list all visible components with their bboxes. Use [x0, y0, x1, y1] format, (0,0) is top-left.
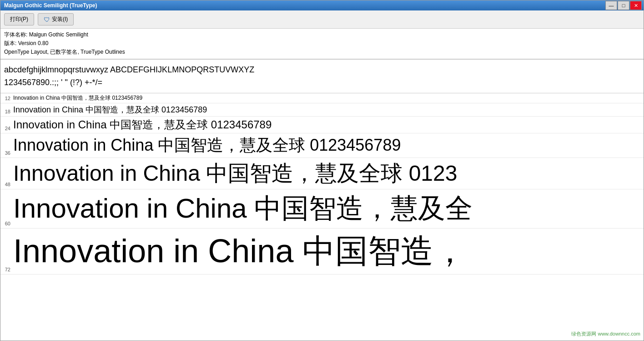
font-info-section: 字体名称: Malgun Gothic Semilight 版本: Versio…: [0, 29, 644, 59]
install-label: 安装(I): [52, 15, 68, 23]
window-title: Malgun Gothic Semilight (TrueType): [2, 2, 97, 9]
print-button[interactable]: 打印(P): [4, 13, 34, 25]
font-type-line: OpenType Layout, 已数字签名, TrueType Outline…: [4, 48, 640, 56]
preview-row-18: 18 Innovation in China 中国智造，慧及全球 0123456…: [0, 103, 644, 117]
preview-row-24: 24 Innovation in China 中国智造，慧及全球 0123456…: [0, 117, 644, 133]
close-button[interactable]: ✕: [630, 1, 642, 10]
preview-text-48: Innovation in China 中国智造，慧及全球 0123: [13, 159, 457, 188]
preview-row-36: 36 Innovation in China 中国智造，慧及全球 0123456…: [0, 133, 644, 158]
preview-text-72: Innovation in China 中国智造，: [13, 229, 466, 273]
alphabet-section: abcdefghijklmnopqrstuvwxyz ABCDEFGHIJKLM…: [0, 60, 644, 94]
size-label-72: 72: [0, 267, 13, 273]
title-bar: Malgun Gothic Semilight (TrueType) — □ ✕: [0, 0, 644, 10]
print-label: 打印(P): [10, 15, 28, 23]
preview-row-12: 12 Innovation in China 中国智造，慧及全球 0123456…: [0, 93, 644, 103]
window-controls: — □ ✕: [605, 1, 642, 10]
close-icon: ✕: [634, 3, 638, 9]
font-preview-window: Malgun Gothic Semilight (TrueType) — □ ✕…: [0, 0, 644, 341]
minimize-icon: —: [609, 3, 614, 8]
preview-row-48: 48 Innovation in China 中国智造，慧及全球 0123: [0, 158, 644, 189]
shield-icon: 🛡: [44, 16, 50, 23]
watermark: 绿色资源网 www.downncc.com: [571, 331, 640, 337]
preview-text-60: Innovation in China 中国智造，慧及全: [13, 190, 473, 227]
size-label-24: 24: [0, 126, 13, 132]
preview-text-36: Innovation in China 中国智造，慧及全球 0123456789: [13, 134, 401, 157]
preview-row-60: 60 Innovation in China 中国智造，慧及全: [0, 189, 644, 229]
alphabet-line1: abcdefghijklmnopqrstuvwxyz ABCDEFGHIJKLM…: [4, 63, 640, 76]
minimize-button[interactable]: —: [605, 1, 617, 10]
font-version-line: 版本: Version 0.80: [4, 39, 640, 48]
alphabet-line2: 1234567890.:;; ' " (!?) +-*/=: [4, 76, 640, 89]
preview-text-24: Innovation in China 中国智造，慧及全球 0123456789: [13, 117, 272, 132]
font-preview-section[interactable]: 12 Innovation in China 中国智造，慧及全球 0123456…: [0, 93, 644, 341]
preview-text-12: Innovation in China 中国智造，慧及全球 0123456789: [13, 94, 142, 102]
preview-text-18: Innovation in China 中国智造，慧及全球 0123456789: [13, 104, 207, 115]
size-label-36: 36: [0, 150, 13, 157]
size-label-60: 60: [0, 221, 13, 227]
install-button[interactable]: 🛡 安装(I): [38, 13, 74, 25]
size-label-48: 48: [0, 182, 13, 188]
maximize-icon: □: [622, 3, 625, 8]
maximize-button[interactable]: □: [618, 1, 629, 10]
font-name-line: 字体名称: Malgun Gothic Semilight: [4, 31, 640, 39]
size-label-12: 12: [0, 96, 13, 102]
size-label-18: 18: [0, 109, 13, 115]
watermark-text: 绿色资源网 www.downncc.com: [571, 331, 640, 336]
toolbar: 打印(P) 🛡 安装(I): [0, 10, 644, 29]
preview-row-72: 72 Innovation in China 中国智造，: [0, 229, 644, 275]
